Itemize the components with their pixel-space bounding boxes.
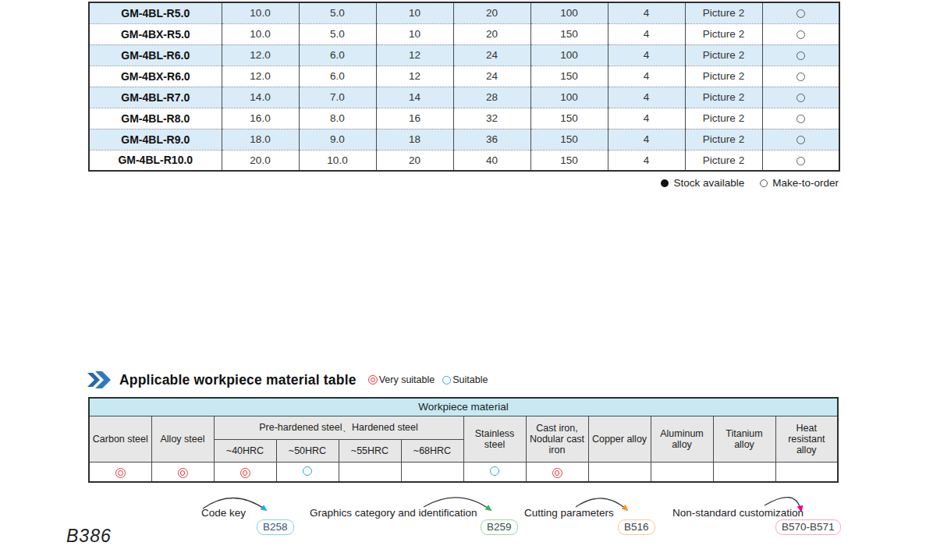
- ref-badge-b259: B259: [481, 519, 518, 535]
- double-chevron-icon: [87, 371, 112, 388]
- model-code: GM-4BL-R10.0: [89, 150, 222, 171]
- rating-cell: [588, 462, 651, 482]
- availability-cell: [762, 150, 839, 171]
- spec-value: 9.0: [299, 129, 376, 150]
- ratings-row: [89, 462, 838, 482]
- spec-value: 6.0: [299, 66, 376, 87]
- spec-value: 24: [453, 66, 530, 87]
- spec-value: 7.0: [299, 87, 376, 108]
- spec-value: 150: [530, 108, 608, 129]
- stock-legend: Stock available Make-to-order: [88, 177, 839, 189]
- spec-value: 12.0: [222, 66, 299, 87]
- rating-cell: [651, 462, 713, 482]
- availability-cell: [762, 2, 839, 23]
- very-suitable-icon: [178, 468, 188, 478]
- legend-label: Make-to-order: [772, 177, 839, 189]
- rating-cell: [526, 462, 588, 482]
- legend-suitable: Suitable: [442, 374, 488, 385]
- col-titanium-alloy: Titanium alloy: [713, 416, 775, 462]
- spec-value: 10: [376, 2, 453, 23]
- ref-badge-b570-b571: B570-B571: [775, 519, 841, 535]
- spec-value: 10.0: [299, 150, 376, 171]
- spec-value: 150: [530, 150, 608, 171]
- make-to-order-icon: [797, 51, 805, 60]
- model-code: GM-4BX-R6.0: [89, 66, 222, 87]
- table-row: GM-4BL-R8.0 16.0 8.0 16 32 150 4 Picture…: [89, 108, 839, 129]
- make-to-order-icon: [797, 73, 805, 81]
- spec-value: 5.0: [299, 23, 376, 44]
- spec-value: 12: [376, 66, 453, 87]
- ref-label-graphics-category: Graphics category and identification: [310, 507, 477, 519]
- availability-cell: [762, 44, 839, 66]
- col-copper-alloy: Copper alloy: [588, 416, 651, 462]
- spec-value: Picture 2: [685, 66, 762, 87]
- model-code: GM-4BL-R9.0: [89, 129, 222, 150]
- legend-make-to-order: Make-to-order: [760, 177, 839, 189]
- rating-cell: [276, 462, 339, 482]
- ref-label-non-standard-customization: Non-standard customization: [672, 507, 804, 519]
- spec-value: 6.0: [299, 44, 376, 66]
- spec-value: 20: [453, 23, 530, 44]
- availability-cell: [762, 87, 839, 108]
- rating-cell: [89, 462, 151, 482]
- spec-value: 20: [453, 2, 530, 23]
- spec-value: 4: [608, 87, 685, 108]
- col-68hrc: ~68HRC: [401, 439, 463, 462]
- suitable-icon: [490, 466, 499, 476]
- spec-value: 4: [608, 23, 685, 44]
- spec-value: 14: [376, 87, 453, 108]
- model-code: GM-4BL-R8.0: [89, 108, 222, 129]
- ref-badge-b258: B258: [257, 519, 294, 535]
- make-to-order-icon: [797, 9, 805, 18]
- availability-cell: [762, 23, 839, 44]
- spec-value: 12.0: [222, 44, 299, 66]
- spec-value: 100: [530, 2, 608, 23]
- spec-value: 16.0: [222, 108, 299, 129]
- model-code: GM-4BX-R5.0: [89, 23, 222, 44]
- ref-badge-b516: B516: [618, 519, 655, 535]
- availability-cell: [762, 66, 839, 87]
- ref-label-code-key: Code key: [201, 507, 246, 519]
- page-number: B386: [66, 526, 112, 547]
- spec-value: 5.0: [299, 2, 376, 23]
- spec-value: Picture 2: [685, 87, 762, 108]
- spec-value: 18: [376, 129, 453, 150]
- spec-value: 4: [608, 44, 685, 66]
- spec-value: 10.0: [222, 2, 299, 23]
- table-row: GM-4BL-R10.0 20.0 10.0 20 40 150 4 Pictu…: [89, 150, 839, 171]
- spec-value: 100: [530, 44, 608, 66]
- spec-value: 14.0: [222, 87, 299, 108]
- spec-value: Picture 2: [685, 108, 762, 129]
- availability-cell: [762, 108, 839, 129]
- stock-available-icon: [661, 179, 669, 187]
- suitable-icon: [442, 376, 451, 385]
- spec-value: 10: [376, 23, 453, 44]
- legend-label: Very suitable: [379, 374, 435, 385]
- rating-cell: [339, 462, 401, 482]
- rating-cell: [713, 462, 775, 482]
- very-suitable-icon: [368, 375, 378, 385]
- spec-value: 20: [376, 150, 453, 171]
- col-heat-resistant-alloy: Heat resistant alloy: [775, 416, 838, 462]
- spec-value: Picture 2: [685, 150, 762, 171]
- make-to-order-icon: [797, 115, 805, 123]
- rating-cell: [214, 462, 276, 482]
- table-row: GM-4BL-R6.0 12.0 6.0 12 24 100 4 Picture…: [89, 44, 839, 66]
- workpiece-material-table: Workpiece material Carbon steel Alloy st…: [88, 397, 839, 483]
- spec-value: Picture 2: [685, 23, 762, 44]
- section-title: Applicable workpiece material table: [119, 372, 357, 388]
- rating-cell: [151, 462, 214, 482]
- make-to-order-icon: [760, 179, 768, 187]
- very-suitable-icon: [240, 468, 250, 478]
- col-cast-iron: Cast iron, Nodular cast iron: [526, 416, 588, 462]
- make-to-order-icon: [797, 157, 805, 165]
- spec-value: 28: [453, 87, 530, 108]
- spec-value: 150: [530, 129, 608, 150]
- model-code: GM-4BL-R7.0: [89, 87, 222, 108]
- legend-label: Stock available: [673, 177, 744, 189]
- table-row: GM-4BL-R5.0 10.0 5.0 10 20 100 4 Picture…: [89, 2, 839, 23]
- table-row: GM-4BX-R5.0 10.0 5.0 10 20 150 4 Picture…: [89, 23, 839, 44]
- spec-value: 24: [453, 44, 530, 66]
- spec-value: 100: [530, 87, 608, 108]
- spec-value: 4: [608, 2, 685, 23]
